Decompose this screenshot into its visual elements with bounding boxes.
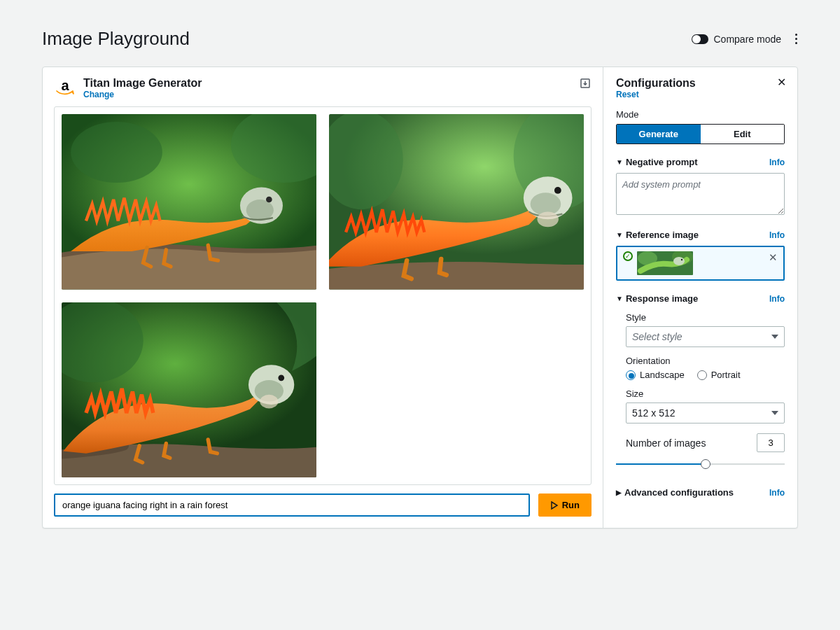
info-link[interactable]: Info (769, 158, 785, 167)
configurations-panel: ✕ Configurations Reset Mode Generate Edi… (603, 67, 797, 528)
radio-selected-icon (626, 370, 636, 380)
model-name: Titan Image Generator (83, 77, 202, 90)
orientation-label: Orientation (616, 356, 785, 366)
style-select[interactable]: Select style (626, 326, 785, 347)
num-images-slider[interactable] (616, 459, 785, 469)
more-menu-icon[interactable] (795, 34, 798, 44)
negative-prompt-input[interactable] (616, 173, 785, 215)
response-image-section[interactable]: ▼ Response image (616, 293, 698, 304)
orientation-portrait-radio[interactable]: Portrait (697, 370, 741, 380)
prompt-input[interactable] (54, 493, 530, 517)
image-gallery (54, 106, 592, 485)
svg-point-24 (681, 259, 682, 260)
svg-point-6 (266, 197, 272, 203)
svg-point-19 (260, 394, 278, 408)
mode-generate-button[interactable]: Generate (617, 125, 701, 144)
info-link[interactable]: Info (769, 294, 785, 304)
chevron-down-icon (771, 335, 778, 339)
run-button[interactable]: Run (538, 493, 592, 517)
generated-image[interactable] (329, 114, 584, 290)
close-icon[interactable]: ✕ (777, 76, 786, 89)
mode-label: Mode (616, 109, 785, 120)
generated-image[interactable] (62, 302, 316, 478)
check-icon: ✓ (623, 251, 633, 261)
num-images-label: Number of images (626, 438, 706, 449)
svg-point-23 (673, 257, 685, 265)
svg-point-13 (537, 211, 558, 227)
change-model-link[interactable]: Change (83, 90, 202, 99)
reset-link[interactable]: Reset (616, 90, 696, 99)
reference-image-section[interactable]: ▼ Reference image (616, 230, 699, 240)
toggle-switch-icon (692, 34, 708, 44)
generated-image[interactable] (62, 114, 316, 290)
main-panel: a Titan Image Generator Change (43, 67, 603, 528)
info-link[interactable]: Info (769, 488, 785, 498)
negative-prompt-section[interactable]: ▼ Negative prompt (616, 157, 697, 167)
caret-right-icon: ▶ (616, 489, 622, 496)
radio-icon (697, 370, 707, 380)
reference-thumbnail[interactable] (637, 251, 693, 275)
chevron-down-icon (771, 411, 778, 415)
svg-point-12 (554, 187, 561, 194)
mode-edit-button[interactable]: Edit (701, 125, 785, 144)
svg-point-18 (278, 374, 284, 381)
caret-down-icon: ▼ (616, 231, 623, 239)
size-select[interactable]: 512 x 512 (626, 402, 785, 424)
play-icon (550, 501, 559, 510)
advanced-config-section[interactable]: ▶ Advanced configurations (616, 487, 734, 498)
config-title: Configurations (616, 77, 696, 90)
size-label: Size (616, 388, 785, 399)
compare-mode-toggle[interactable]: Compare mode (692, 34, 782, 45)
page-title: Image Playground (42, 28, 190, 50)
caret-down-icon: ▼ (616, 158, 623, 166)
svg-point-2 (71, 122, 162, 183)
num-images-input[interactable] (757, 433, 785, 452)
info-link[interactable]: Info (769, 230, 785, 240)
orientation-landscape-radio[interactable]: Landscape (626, 370, 685, 380)
reference-image-box: ✓ ✕ (616, 246, 785, 281)
svg-point-5 (246, 200, 274, 220)
style-label: Style (616, 312, 785, 323)
mode-toggle: Generate Edit (616, 124, 785, 144)
remove-reference-icon[interactable]: ✕ (769, 251, 778, 264)
amazon-logo-icon: a (54, 77, 76, 99)
slider-thumb-icon (701, 459, 710, 469)
caret-down-icon: ▼ (616, 295, 623, 302)
compare-mode-label: Compare mode (714, 34, 782, 45)
download-icon[interactable] (579, 77, 592, 90)
